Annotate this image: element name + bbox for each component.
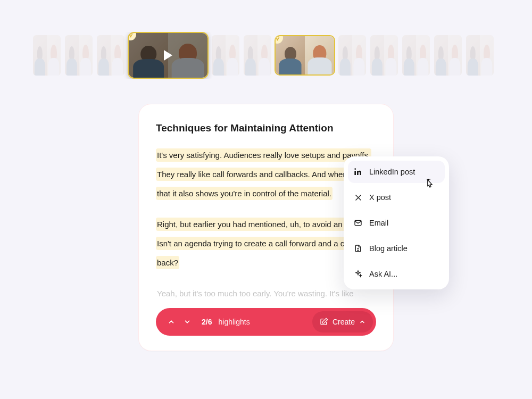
timeline-thumb[interactable] <box>96 34 126 77</box>
create-button-label: Create <box>332 318 355 326</box>
edit-icon <box>320 318 328 326</box>
next-highlight-button[interactable] <box>182 317 192 327</box>
transcript-text-faded: Yeah, but it's too much too early. You'r… <box>156 287 355 300</box>
transcript-paragraph[interactable]: Yeah, but it's too much too early. You'r… <box>156 284 376 303</box>
linkedin-icon <box>353 167 363 177</box>
email-icon <box>353 218 363 228</box>
timeline-thumb[interactable] <box>211 34 240 77</box>
transcript-paragraph[interactable]: It's very satisfying. Audiences really l… <box>156 146 376 203</box>
timeline-thumb[interactable] <box>433 34 463 77</box>
menu-item-label: Ask AI... <box>369 270 397 278</box>
timeline-thumb[interactable] <box>243 34 272 77</box>
highlights-label: highlights <box>218 318 250 326</box>
menu-item-label: LinkedIn post <box>369 168 415 176</box>
svg-rect-0 <box>354 171 356 175</box>
timeline-thumb[interactable] <box>64 34 94 77</box>
chevron-up-icon <box>359 319 365 325</box>
menu-item-label: Email <box>369 219 388 227</box>
play-icon <box>164 50 172 61</box>
menu-item-blog-article[interactable]: Blog article <box>348 237 445 260</box>
lightbulb-icon <box>128 32 136 40</box>
svg-point-1 <box>354 168 356 170</box>
menu-item-label: X post <box>369 193 391 202</box>
timeline-thumb[interactable] <box>465 34 495 77</box>
transcript-paragraph[interactable]: Right, but earlier you had mentioned, uh… <box>156 215 376 272</box>
create-menu: LinkedIn post X post Email Blog article … <box>344 156 449 289</box>
timeline-thumb[interactable] <box>32 34 62 77</box>
transcript-body: It's very satisfying. Audiences really l… <box>156 146 376 308</box>
timeline-thumb[interactable] <box>369 34 399 77</box>
timeline-thumb-highlighted[interactable] <box>275 35 335 76</box>
highlight-counter: 2/6 <box>202 318 212 326</box>
card-title: Techniques for Maintaining Attention <box>156 122 376 134</box>
menu-item-label: Blog article <box>369 244 408 253</box>
document-icon <box>353 244 363 253</box>
create-button[interactable]: Create <box>312 311 373 332</box>
timeline-thumb-current[interactable] <box>128 32 209 79</box>
highlight-text[interactable]: It's very satisfying. Audiences really l… <box>156 148 375 200</box>
highlight-nav-bar: 2/6 highlights Create <box>156 308 376 336</box>
video-timeline[interactable] <box>0 32 532 79</box>
timeline-thumb[interactable] <box>337 34 367 77</box>
menu-item-ask-ai[interactable]: Ask AI... <box>348 263 445 285</box>
prev-highlight-button[interactable] <box>167 317 176 327</box>
highlight-text[interactable]: Right, but earlier you had mentioned, uh… <box>156 218 375 269</box>
timeline-thumb[interactable] <box>401 34 431 77</box>
pointer-cursor-icon <box>425 179 435 190</box>
x-icon <box>353 193 363 202</box>
menu-item-email[interactable]: Email <box>348 212 445 234</box>
sparkle-icon <box>353 269 363 279</box>
